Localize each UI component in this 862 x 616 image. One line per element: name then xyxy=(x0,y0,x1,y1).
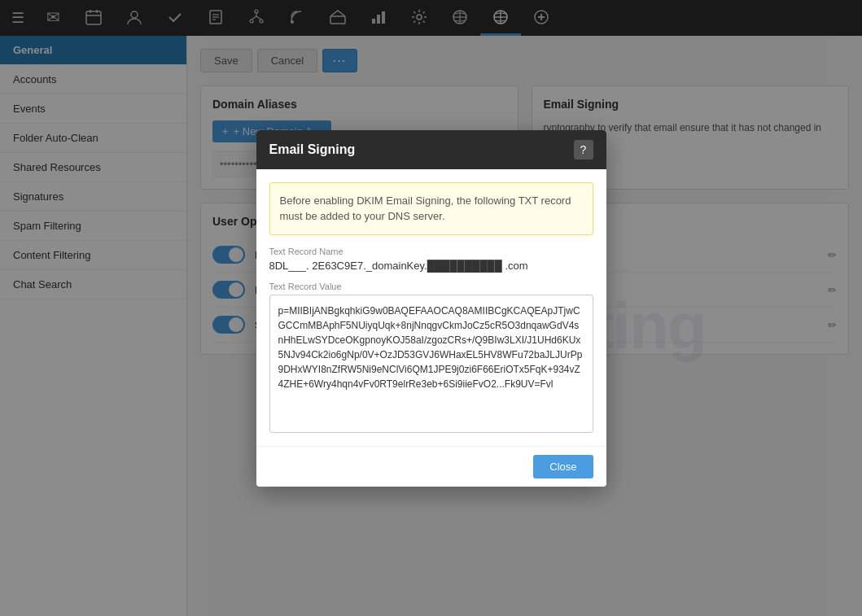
modal-footer: Close xyxy=(256,446,606,487)
modal-body: Before enabling DKIM Email Signing, the … xyxy=(256,169,606,446)
text-record-name-value: 8DL___. 2E63C9E7._domainKey.██████████ .… xyxy=(269,260,593,272)
modal-overlay: Email Signing ? Before enabling DKIM Ema… xyxy=(0,0,862,616)
modal-header: Email Signing ? xyxy=(256,130,606,169)
close-modal-button[interactable]: Close xyxy=(533,455,593,478)
text-record-value-content[interactable]: p=MIIBIjANBgkqhkiG9w0BAQEFAAOCAQ8AMIIBCg… xyxy=(269,295,593,433)
modal-help-button[interactable]: ? xyxy=(574,140,593,159)
dkim-warning-box: Before enabling DKIM Email Signing, the … xyxy=(269,182,593,235)
text-record-value-label: Text Record Value xyxy=(269,282,593,291)
text-record-name-label: Text Record Name xyxy=(269,247,593,256)
warning-text: Before enabling DKIM Email Signing, the … xyxy=(280,194,571,223)
modal-title: Email Signing xyxy=(269,142,356,157)
email-signing-modal: Email Signing ? Before enabling DKIM Ema… xyxy=(256,130,606,487)
